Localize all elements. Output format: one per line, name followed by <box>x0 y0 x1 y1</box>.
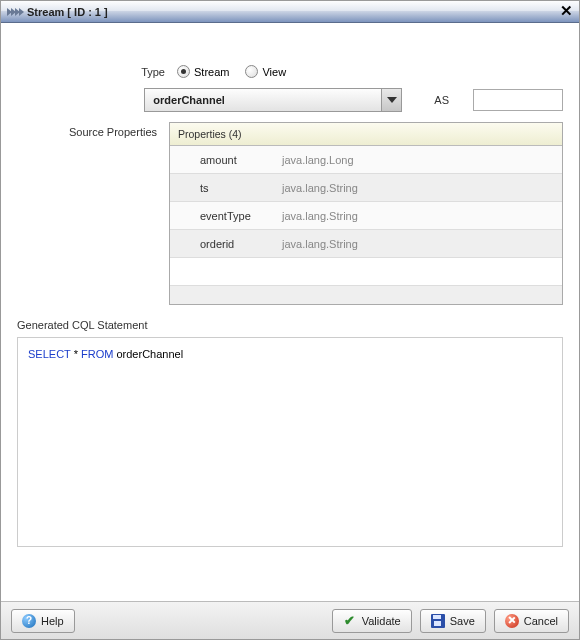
check-icon <box>343 614 357 628</box>
radio-icon <box>177 65 190 78</box>
help-button[interactable]: ? Help <box>11 609 75 633</box>
cancel-button-label: Cancel <box>524 615 558 627</box>
grid-header: Properties (4) <box>170 123 562 146</box>
table-row-empty <box>170 258 562 286</box>
cql-text: * <box>71 348 81 360</box>
content-area: Type Stream View orderChannel AS Source … <box>1 23 579 601</box>
cql-keyword: SELECT <box>28 348 71 360</box>
source-dropdown[interactable]: orderChannel <box>144 88 402 112</box>
validate-button[interactable]: Validate <box>332 609 412 633</box>
table-row[interactable]: amountjava.lang.Long <box>170 146 562 174</box>
save-button[interactable]: Save <box>420 609 486 633</box>
cancel-icon <box>505 614 519 628</box>
cql-section-header: Generated CQL Statement <box>17 319 563 331</box>
source-row: orderChannel AS <box>17 88 563 112</box>
property-name: eventType <box>200 210 274 222</box>
footer: ? Help Validate Save Cancel <box>1 601 579 639</box>
grid-body: amountjava.lang.Longtsjava.lang.Stringev… <box>170 146 562 304</box>
window-title: Stream [ ID : 1 ] <box>27 6 108 18</box>
titlebar: Stream [ ID : 1 ] ✕ <box>1 1 579 23</box>
as-input[interactable] <box>473 89 563 111</box>
property-type: java.lang.String <box>282 238 358 250</box>
property-name: ts <box>200 182 274 194</box>
table-row[interactable]: eventTypejava.lang.String <box>170 202 562 230</box>
table-row[interactable]: tsjava.lang.String <box>170 174 562 202</box>
radio-stream-label: Stream <box>194 66 229 78</box>
cancel-button[interactable]: Cancel <box>494 609 569 633</box>
radio-stream[interactable]: Stream <box>177 65 229 78</box>
close-icon[interactable]: ✕ <box>560 3 573 19</box>
cql-text: orderChannel <box>113 348 183 360</box>
property-name: amount <box>200 154 274 166</box>
help-button-label: Help <box>41 615 64 627</box>
radio-view[interactable]: View <box>245 65 286 78</box>
table-row-empty <box>170 286 562 304</box>
property-type: java.lang.String <box>282 210 358 222</box>
help-icon: ? <box>22 614 36 628</box>
type-label: Type <box>17 66 177 78</box>
chevrons-icon <box>7 8 23 16</box>
source-properties-row: Source Properties Properties (4) amountj… <box>17 122 563 305</box>
property-name: orderid <box>200 238 274 250</box>
source-properties-label: Source Properties <box>17 122 169 138</box>
properties-grid: Properties (4) amountjava.lang.Longtsjav… <box>169 122 563 305</box>
property-type: java.lang.Long <box>282 154 354 166</box>
property-type: java.lang.String <box>282 182 358 194</box>
source-dropdown-value: orderChannel <box>153 94 381 106</box>
table-row[interactable]: orderidjava.lang.String <box>170 230 562 258</box>
type-row: Type Stream View <box>17 65 563 78</box>
cql-keyword: FROM <box>81 348 113 360</box>
radio-view-label: View <box>262 66 286 78</box>
save-button-label: Save <box>450 615 475 627</box>
validate-button-label: Validate <box>362 615 401 627</box>
chevron-down-icon <box>381 89 401 111</box>
radio-icon <box>245 65 258 78</box>
as-label: AS <box>434 94 449 106</box>
cql-statement-box: SELECT * FROM orderChannel <box>17 337 563 547</box>
save-icon <box>431 614 445 628</box>
